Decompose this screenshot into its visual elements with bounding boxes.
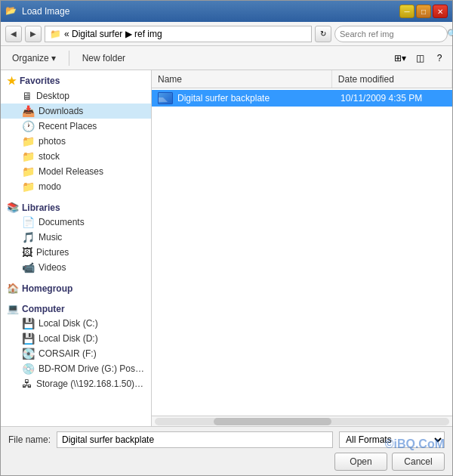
forward-button[interactable]: ▶ xyxy=(25,26,42,42)
title-bar: 📂 Load Image ─ □ ✕ xyxy=(1,1,452,22)
help-button[interactable]: ? xyxy=(431,50,448,66)
computer-section: 💻 Computer 💾 Local Disk (C:) 💾 Local Dis… xyxy=(1,298,151,391)
videos-icon: 📹 xyxy=(22,261,35,274)
disk-d-icon: 💾 xyxy=(22,332,35,345)
sidebar-item-bdrom[interactable]: 💿 BD-ROM Drive (G:) Poser Pro xyxy=(1,361,151,376)
sidebar-item-pictures[interactable]: 🖼 Pictures xyxy=(1,245,151,260)
computer-header-label: Computer xyxy=(22,304,65,314)
sidebar-item-stock[interactable]: 📁 stock xyxy=(1,149,151,164)
photos-icon: 📁 xyxy=(22,135,35,147)
column-name-header[interactable]: Name xyxy=(152,70,332,88)
sidebar-item-downloads[interactable]: 📥 Downloads xyxy=(1,104,151,119)
sidebar-item-documents[interactable]: 📄 Documents xyxy=(1,215,151,230)
bottom-bar: File name: All Formats Open Cancel xyxy=(1,426,452,475)
file-list-area: Name Date modified Digital surfer backpl… xyxy=(152,70,452,426)
scroll-thumb[interactable] xyxy=(214,418,331,425)
filename-row: File name: All Formats xyxy=(8,431,445,448)
toolbar-separator xyxy=(69,51,69,66)
modo-icon: 📁 xyxy=(22,181,35,193)
sidebar-item-photos[interactable]: 📁 photos xyxy=(1,134,151,149)
favorites-header[interactable]: ★ Favorites xyxy=(1,70,151,88)
sidebar-item-model-releases[interactable]: 📁 Model Releases xyxy=(1,164,151,179)
new-folder-label: New folder xyxy=(82,53,125,63)
organize-arrow-icon: ▾ xyxy=(51,53,56,63)
organize-button[interactable]: Organize ▾ xyxy=(5,50,63,66)
libraries-header-label: Libraries xyxy=(22,202,60,213)
search-input[interactable] xyxy=(340,29,444,39)
back-button[interactable]: ◀ xyxy=(5,26,22,42)
sidebar-item-desktop[interactable]: 🖥 Desktop xyxy=(1,88,151,104)
window-title: Load Image xyxy=(22,6,69,17)
desktop-icon: 🖥 xyxy=(22,90,32,102)
title-buttons: ─ □ ✕ xyxy=(399,5,448,18)
path-refresh-button[interactable]: ↻ xyxy=(315,26,331,42)
libraries-section: 📚 Libraries 📄 Documents 🎵 Music 🖼 Pictur… xyxy=(1,197,151,275)
computer-header[interactable]: 💻 Computer xyxy=(1,298,151,316)
favorites-section: ★ Favorites 🖥 Desktop 📥 Downloads 🕐 Rece… xyxy=(1,70,151,194)
sidebar: ★ Favorites 🖥 Desktop 📥 Downloads 🕐 Rece… xyxy=(1,70,152,426)
path-text: « Digital surfer ▶ ref img xyxy=(64,29,162,39)
horizontal-scrollbar[interactable] xyxy=(152,416,452,426)
view-icon-button[interactable]: ⊞▾ xyxy=(392,50,408,66)
homegroup-icon: 🏠 xyxy=(7,283,19,294)
music-icon: 🎵 xyxy=(22,231,35,243)
file-items: Digital surfer backplate 10/11/2009 4:35… xyxy=(152,88,452,416)
dialog-buttons: Open Cancel xyxy=(8,453,445,471)
recent-icon: 🕐 xyxy=(22,120,35,132)
pictures-icon: 🖼 xyxy=(22,246,32,258)
main-content: ★ Favorites 🖥 Desktop 📥 Downloads 🕐 Rece… xyxy=(1,70,452,426)
title-bar-left: 📂 Load Image xyxy=(5,5,69,17)
libraries-icon: 📚 xyxy=(7,202,19,213)
organize-label: Organize xyxy=(12,53,49,63)
file-name: Digital surfer backplate xyxy=(177,93,336,104)
minimize-button[interactable]: ─ xyxy=(399,5,414,18)
file-icon xyxy=(158,92,173,104)
sidebar-item-local-c[interactable]: 💾 Local Disk (C:) xyxy=(1,316,151,331)
homegroup-section: 🏠 Homegroup xyxy=(1,278,151,295)
view-list-button[interactable]: ◫ xyxy=(411,50,428,66)
cancel-button[interactable]: Cancel xyxy=(392,453,445,471)
computer-icon: 💻 xyxy=(7,303,19,314)
address-bar: ◀ ▶ 📁 « Digital surfer ▶ ref img ↻ 🔍 xyxy=(1,22,452,46)
file-item[interactable]: Digital surfer backplate 10/11/2009 4:35… xyxy=(152,90,452,107)
sidebar-item-corsair[interactable]: 💽 CORSAIR (F:) xyxy=(1,346,151,361)
bdrom-icon: 💿 xyxy=(22,363,35,375)
toolbar-right: ⊞▾ ◫ ? xyxy=(392,50,448,66)
downloads-icon: 📥 xyxy=(22,105,35,117)
sidebar-item-local-d[interactable]: 💾 Local Disk (D:) xyxy=(1,331,151,346)
stock-icon: 📁 xyxy=(22,150,35,162)
path-folder-icon: 📁 xyxy=(50,29,61,39)
sidebar-item-modo[interactable]: 📁 modo xyxy=(1,179,151,194)
search-icon: 🔍 xyxy=(447,29,453,39)
address-path[interactable]: 📁 « Digital surfer ▶ ref img xyxy=(45,26,312,42)
filename-label: File name: xyxy=(8,434,51,445)
star-icon: ★ xyxy=(7,75,17,87)
homegroup-header[interactable]: 🏠 Homegroup xyxy=(1,278,151,295)
toolbar: Organize ▾ New folder ⊞▾ ◫ ? xyxy=(1,46,452,70)
load-image-dialog: 📂 Load Image ─ □ ✕ ◀ ▶ 📁 « Digital surfe… xyxy=(0,0,453,476)
storage-icon: 🖧 xyxy=(22,378,32,390)
favorites-header-label: Favorites xyxy=(20,76,60,86)
libraries-header[interactable]: 📚 Libraries xyxy=(1,197,151,215)
documents-icon: 📄 xyxy=(22,216,35,228)
new-folder-button[interactable]: New folder xyxy=(76,50,132,66)
corsair-icon: 💽 xyxy=(22,348,35,360)
sidebar-item-recent[interactable]: 🕐 Recent Places xyxy=(1,119,151,134)
scroll-track xyxy=(155,418,449,425)
model-releases-icon: 📁 xyxy=(22,165,35,178)
column-date-header[interactable]: Date modified xyxy=(332,70,452,88)
format-select[interactable]: All Formats xyxy=(339,431,445,448)
file-date: 10/11/2009 4:35 PM xyxy=(341,93,446,104)
window-icon: 📂 xyxy=(5,5,17,17)
homegroup-header-label: Homegroup xyxy=(22,283,72,294)
open-button[interactable]: Open xyxy=(334,453,387,471)
column-headers: Name Date modified xyxy=(152,70,452,88)
sidebar-item-music[interactable]: 🎵 Music xyxy=(1,230,151,245)
filename-input[interactable] xyxy=(57,431,333,448)
disk-c-icon: 💾 xyxy=(22,317,35,329)
search-box[interactable]: 🔍 xyxy=(334,26,448,42)
maximize-button[interactable]: □ xyxy=(416,5,431,18)
sidebar-item-videos[interactable]: 📹 Videos xyxy=(1,260,151,275)
close-button[interactable]: ✕ xyxy=(433,5,448,18)
sidebar-item-storage[interactable]: 🖧 Storage (\\192.168.1.50) (Z:) xyxy=(1,376,151,391)
